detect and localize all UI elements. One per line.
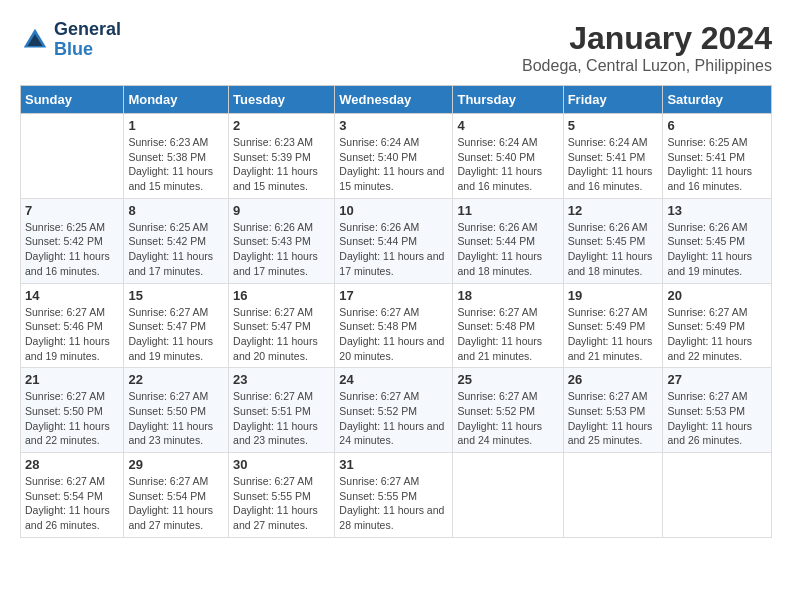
day-number: 21 bbox=[25, 372, 119, 387]
day-info: Sunrise: 6:27 AM Sunset: 5:47 PM Dayligh… bbox=[128, 305, 224, 364]
day-number: 17 bbox=[339, 288, 448, 303]
calendar-cell: 8Sunrise: 6:25 AM Sunset: 5:42 PM Daylig… bbox=[124, 198, 229, 283]
day-info: Sunrise: 6:25 AM Sunset: 5:42 PM Dayligh… bbox=[25, 220, 119, 279]
day-info: Sunrise: 6:27 AM Sunset: 5:55 PM Dayligh… bbox=[339, 474, 448, 533]
calendar-header-sunday: Sunday bbox=[21, 86, 124, 114]
calendar-cell: 25Sunrise: 6:27 AM Sunset: 5:52 PM Dayli… bbox=[453, 368, 563, 453]
logo-text: General Blue bbox=[54, 20, 121, 60]
day-number: 1 bbox=[128, 118, 224, 133]
day-info: Sunrise: 6:27 AM Sunset: 5:46 PM Dayligh… bbox=[25, 305, 119, 364]
calendar-cell: 18Sunrise: 6:27 AM Sunset: 5:48 PM Dayli… bbox=[453, 283, 563, 368]
day-number: 11 bbox=[457, 203, 558, 218]
calendar-cell: 5Sunrise: 6:24 AM Sunset: 5:41 PM Daylig… bbox=[563, 114, 663, 199]
day-info: Sunrise: 6:25 AM Sunset: 5:42 PM Dayligh… bbox=[128, 220, 224, 279]
day-number: 31 bbox=[339, 457, 448, 472]
day-number: 5 bbox=[568, 118, 659, 133]
day-number: 26 bbox=[568, 372, 659, 387]
day-info: Sunrise: 6:27 AM Sunset: 5:52 PM Dayligh… bbox=[339, 389, 448, 448]
calendar-cell: 29Sunrise: 6:27 AM Sunset: 5:54 PM Dayli… bbox=[124, 453, 229, 538]
calendar-cell: 27Sunrise: 6:27 AM Sunset: 5:53 PM Dayli… bbox=[663, 368, 772, 453]
calendar-cell: 19Sunrise: 6:27 AM Sunset: 5:49 PM Dayli… bbox=[563, 283, 663, 368]
day-number: 9 bbox=[233, 203, 330, 218]
calendar-cell: 13Sunrise: 6:26 AM Sunset: 5:45 PM Dayli… bbox=[663, 198, 772, 283]
calendar-week-row: 21Sunrise: 6:27 AM Sunset: 5:50 PM Dayli… bbox=[21, 368, 772, 453]
calendar-cell: 22Sunrise: 6:27 AM Sunset: 5:50 PM Dayli… bbox=[124, 368, 229, 453]
calendar-cell: 23Sunrise: 6:27 AM Sunset: 5:51 PM Dayli… bbox=[229, 368, 335, 453]
calendar-cell: 6Sunrise: 6:25 AM Sunset: 5:41 PM Daylig… bbox=[663, 114, 772, 199]
calendar-header-friday: Friday bbox=[563, 86, 663, 114]
day-number: 8 bbox=[128, 203, 224, 218]
day-info: Sunrise: 6:26 AM Sunset: 5:45 PM Dayligh… bbox=[667, 220, 767, 279]
calendar-header-tuesday: Tuesday bbox=[229, 86, 335, 114]
day-number: 16 bbox=[233, 288, 330, 303]
day-info: Sunrise: 6:26 AM Sunset: 5:44 PM Dayligh… bbox=[457, 220, 558, 279]
calendar-cell: 28Sunrise: 6:27 AM Sunset: 5:54 PM Dayli… bbox=[21, 453, 124, 538]
calendar-cell: 12Sunrise: 6:26 AM Sunset: 5:45 PM Dayli… bbox=[563, 198, 663, 283]
day-number: 22 bbox=[128, 372, 224, 387]
day-info: Sunrise: 6:24 AM Sunset: 5:40 PM Dayligh… bbox=[339, 135, 448, 194]
calendar-cell: 30Sunrise: 6:27 AM Sunset: 5:55 PM Dayli… bbox=[229, 453, 335, 538]
calendar-cell: 21Sunrise: 6:27 AM Sunset: 5:50 PM Dayli… bbox=[21, 368, 124, 453]
calendar-cell: 24Sunrise: 6:27 AM Sunset: 5:52 PM Dayli… bbox=[335, 368, 453, 453]
calendar-week-row: 7Sunrise: 6:25 AM Sunset: 5:42 PM Daylig… bbox=[21, 198, 772, 283]
page-header: General Blue January 2024 Bodega, Centra… bbox=[20, 20, 772, 75]
calendar-cell: 4Sunrise: 6:24 AM Sunset: 5:40 PM Daylig… bbox=[453, 114, 563, 199]
day-number: 25 bbox=[457, 372, 558, 387]
calendar-week-row: 1Sunrise: 6:23 AM Sunset: 5:38 PM Daylig… bbox=[21, 114, 772, 199]
calendar-header-wednesday: Wednesday bbox=[335, 86, 453, 114]
calendar-header-monday: Monday bbox=[124, 86, 229, 114]
day-number: 14 bbox=[25, 288, 119, 303]
day-info: Sunrise: 6:27 AM Sunset: 5:53 PM Dayligh… bbox=[568, 389, 659, 448]
day-number: 3 bbox=[339, 118, 448, 133]
day-number: 24 bbox=[339, 372, 448, 387]
calendar-table: SundayMondayTuesdayWednesdayThursdayFrid… bbox=[20, 85, 772, 538]
day-info: Sunrise: 6:27 AM Sunset: 5:47 PM Dayligh… bbox=[233, 305, 330, 364]
calendar-cell: 9Sunrise: 6:26 AM Sunset: 5:43 PM Daylig… bbox=[229, 198, 335, 283]
day-info: Sunrise: 6:24 AM Sunset: 5:40 PM Dayligh… bbox=[457, 135, 558, 194]
calendar-cell: 20Sunrise: 6:27 AM Sunset: 5:49 PM Dayli… bbox=[663, 283, 772, 368]
logo: General Blue bbox=[20, 20, 121, 60]
location-title: Bodega, Central Luzon, Philippines bbox=[522, 57, 772, 75]
day-number: 29 bbox=[128, 457, 224, 472]
calendar-cell bbox=[21, 114, 124, 199]
calendar-cell: 15Sunrise: 6:27 AM Sunset: 5:47 PM Dayli… bbox=[124, 283, 229, 368]
day-number: 13 bbox=[667, 203, 767, 218]
calendar-week-row: 14Sunrise: 6:27 AM Sunset: 5:46 PM Dayli… bbox=[21, 283, 772, 368]
logo-icon bbox=[20, 25, 50, 55]
calendar-header-saturday: Saturday bbox=[663, 86, 772, 114]
day-info: Sunrise: 6:27 AM Sunset: 5:48 PM Dayligh… bbox=[457, 305, 558, 364]
day-info: Sunrise: 6:27 AM Sunset: 5:52 PM Dayligh… bbox=[457, 389, 558, 448]
day-info: Sunrise: 6:23 AM Sunset: 5:39 PM Dayligh… bbox=[233, 135, 330, 194]
day-info: Sunrise: 6:23 AM Sunset: 5:38 PM Dayligh… bbox=[128, 135, 224, 194]
day-number: 27 bbox=[667, 372, 767, 387]
calendar-header-thursday: Thursday bbox=[453, 86, 563, 114]
day-info: Sunrise: 6:27 AM Sunset: 5:51 PM Dayligh… bbox=[233, 389, 330, 448]
calendar-cell: 7Sunrise: 6:25 AM Sunset: 5:42 PM Daylig… bbox=[21, 198, 124, 283]
day-number: 18 bbox=[457, 288, 558, 303]
calendar-cell: 17Sunrise: 6:27 AM Sunset: 5:48 PM Dayli… bbox=[335, 283, 453, 368]
day-number: 30 bbox=[233, 457, 330, 472]
month-title: January 2024 bbox=[522, 20, 772, 57]
calendar-cell: 3Sunrise: 6:24 AM Sunset: 5:40 PM Daylig… bbox=[335, 114, 453, 199]
title-section: January 2024 Bodega, Central Luzon, Phil… bbox=[522, 20, 772, 75]
day-info: Sunrise: 6:27 AM Sunset: 5:54 PM Dayligh… bbox=[25, 474, 119, 533]
day-number: 19 bbox=[568, 288, 659, 303]
calendar-cell: 31Sunrise: 6:27 AM Sunset: 5:55 PM Dayli… bbox=[335, 453, 453, 538]
day-info: Sunrise: 6:27 AM Sunset: 5:50 PM Dayligh… bbox=[128, 389, 224, 448]
day-info: Sunrise: 6:27 AM Sunset: 5:55 PM Dayligh… bbox=[233, 474, 330, 533]
day-number: 7 bbox=[25, 203, 119, 218]
day-info: Sunrise: 6:27 AM Sunset: 5:49 PM Dayligh… bbox=[568, 305, 659, 364]
day-info: Sunrise: 6:26 AM Sunset: 5:45 PM Dayligh… bbox=[568, 220, 659, 279]
day-number: 12 bbox=[568, 203, 659, 218]
calendar-week-row: 28Sunrise: 6:27 AM Sunset: 5:54 PM Dayli… bbox=[21, 453, 772, 538]
calendar-cell bbox=[563, 453, 663, 538]
day-info: Sunrise: 6:27 AM Sunset: 5:48 PM Dayligh… bbox=[339, 305, 448, 364]
calendar-cell: 2Sunrise: 6:23 AM Sunset: 5:39 PM Daylig… bbox=[229, 114, 335, 199]
day-info: Sunrise: 6:25 AM Sunset: 5:41 PM Dayligh… bbox=[667, 135, 767, 194]
day-info: Sunrise: 6:24 AM Sunset: 5:41 PM Dayligh… bbox=[568, 135, 659, 194]
day-number: 28 bbox=[25, 457, 119, 472]
calendar-cell bbox=[663, 453, 772, 538]
day-number: 2 bbox=[233, 118, 330, 133]
day-number: 15 bbox=[128, 288, 224, 303]
day-number: 20 bbox=[667, 288, 767, 303]
